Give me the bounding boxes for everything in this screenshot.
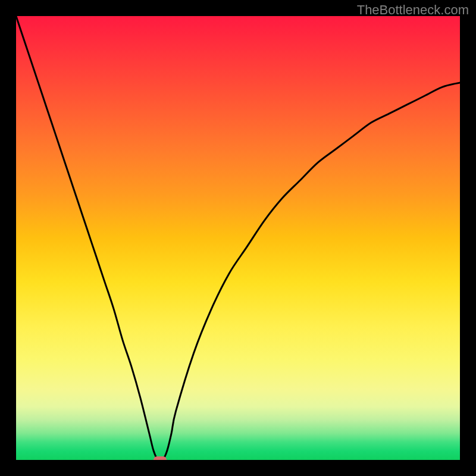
plot-area (16, 16, 460, 460)
minimum-marker (154, 456, 167, 460)
bottleneck-curve (16, 16, 460, 460)
watermark-text: TheBottleneck.com (357, 2, 469, 18)
